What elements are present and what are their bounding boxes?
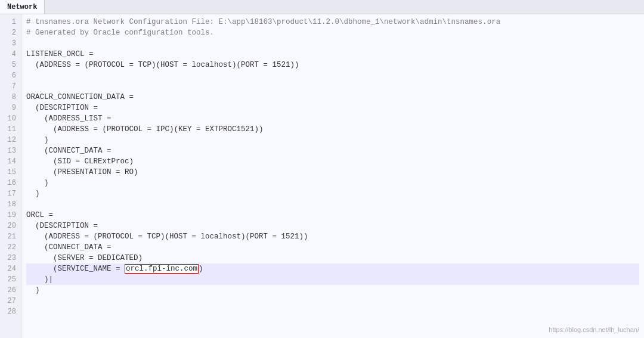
code-line: (CONNECT_DATA =: [26, 242, 639, 253]
line-number: 1: [2, 17, 16, 27]
code-line: ): [26, 188, 639, 199]
code-line: (DESCRIPTION =: [26, 103, 639, 113]
code-line: # tnsnames.ora Network Configuration Fil…: [26, 17, 639, 27]
line-number: 4: [2, 49, 16, 60]
line-number: 20: [2, 221, 16, 231]
line-number: 9: [2, 103, 16, 113]
code-line: ): [26, 135, 639, 145]
line-number: 11: [2, 124, 16, 135]
line-number: 17: [2, 188, 16, 199]
code-line: # Generated by Oracle configuration tool…: [26, 27, 639, 38]
code-content: # tnsnames.ora Network Configuration Fil…: [21, 14, 644, 338]
editor-container: Network 12345678910111213141516171819202…: [0, 0, 644, 338]
line-number: 27: [2, 296, 16, 306]
line-number: 8: [2, 92, 16, 103]
line-number: 15: [2, 167, 16, 178]
line-number: 21: [2, 231, 16, 242]
code-line: [26, 199, 639, 210]
line-number: 10: [2, 113, 16, 124]
code-line: (ADDRESS = (PROTOCOL = IPC)(KEY = EXTPRO…: [26, 124, 639, 135]
code-line: LISTENER_ORCL =: [26, 49, 639, 60]
line-number: 7: [2, 81, 16, 92]
line-number: 22: [2, 242, 16, 253]
line-number: 2: [2, 27, 16, 38]
code-line: [26, 38, 639, 49]
code-line: ): [26, 178, 639, 188]
code-line: [26, 296, 639, 306]
code-line: ORACLR_CONNECTION_DATA =: [26, 92, 639, 103]
code-line: [26, 70, 639, 81]
code-line: (PRESENTATION = RO): [26, 167, 639, 178]
code-line: (SERVER = DEDICATED): [26, 253, 639, 263]
code-line: (SERVICE_NAME = orcl.fpi-inc.com): [26, 263, 639, 274]
code-line: (DESCRIPTION =: [26, 221, 639, 231]
code-line: [26, 306, 639, 317]
tab-bar: Network: [0, 0, 644, 14]
code-line: (SID = CLRExtProc): [26, 156, 639, 167]
line-number: 25: [2, 274, 16, 285]
watermark: https://blog.csdn.net/lh_luchan/: [549, 326, 639, 333]
line-number: 18: [2, 199, 16, 210]
line-number: 19: [2, 210, 16, 221]
code-line: ORCL =: [26, 210, 639, 221]
line-number: 28: [2, 306, 16, 317]
line-number: 3: [2, 38, 16, 49]
line-number: 13: [2, 145, 16, 156]
code-line: ): [26, 285, 639, 296]
active-tab[interactable]: Network: [0, 0, 45, 14]
line-number: 14: [2, 156, 16, 167]
editor-wrapper: 1234567891011121314151617181920212223242…: [0, 14, 644, 338]
line-numbers: 1234567891011121314151617181920212223242…: [0, 14, 21, 338]
code-line: [26, 81, 639, 92]
code-line: (CONNECT_DATA =: [26, 145, 639, 156]
line-number: 26: [2, 285, 16, 296]
code-line: )|: [26, 274, 639, 285]
code-line: (ADDRESS = (PROTOCOL = TCP)(HOST = local…: [26, 60, 639, 70]
line-number: 6: [2, 70, 16, 81]
line-number: 16: [2, 178, 16, 188]
code-line: (ADDRESS_LIST =: [26, 113, 639, 124]
line-number: 23: [2, 253, 16, 263]
code-line: (ADDRESS = (PROTOCOL = TCP)(HOST = local…: [26, 231, 639, 242]
highlighted-value: orcl.fpi-inc.com: [125, 264, 199, 274]
line-number: 24: [2, 263, 16, 274]
code-area[interactable]: 1234567891011121314151617181920212223242…: [0, 14, 644, 338]
line-number: 5: [2, 60, 16, 70]
line-number: 12: [2, 135, 16, 145]
